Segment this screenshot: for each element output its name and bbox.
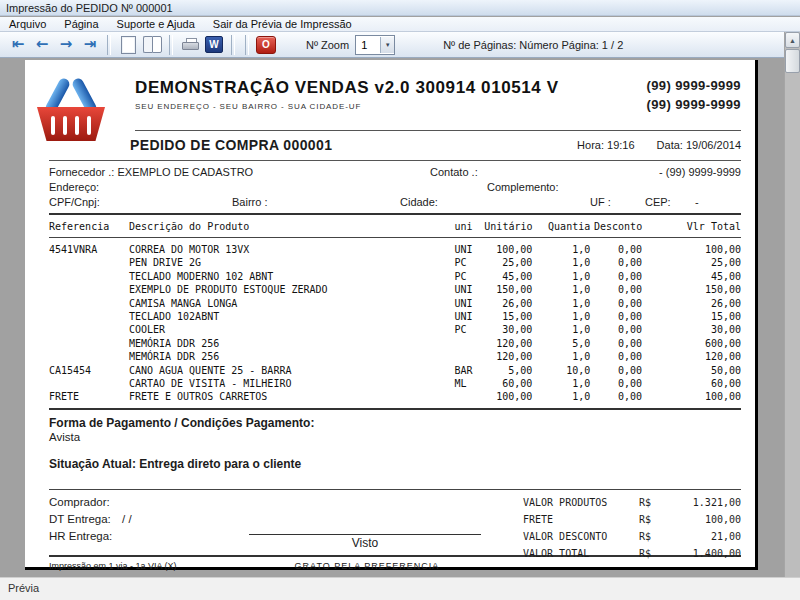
cidade-label: Cidade: (400, 195, 590, 210)
supplier-row-3: CPF/Cnpj: Bairro : Cidade: UF : CEP: - (49, 195, 741, 210)
two-page-view-button[interactable] (140, 34, 164, 56)
cell-descricao: EXEMPLO DE PRODUTO ESTOQUE ZERADO (129, 283, 455, 296)
order-time: Hora: 19:16 (577, 139, 634, 151)
complemento-label: Complemento: (487, 180, 559, 195)
table-row: MEMÓRIA DDR 256 120,00 1,0 0,00 120,00 (49, 350, 741, 363)
next-page-icon: → (60, 37, 73, 52)
cell-descricao: COOLER (129, 323, 455, 336)
export-word-button[interactable]: W (202, 34, 226, 56)
cell-uni (454, 390, 484, 403)
supplier-block: Fornecedor .: EXEMPLO DE CADASTRO Contat… (49, 161, 741, 215)
window-title: Impressão do PEDIDO Nº 000001 (6, 2, 173, 14)
totals-column: VALOR PRODUTOS R$ 1.321,00 FRETE R$ 100,… (523, 494, 741, 553)
next-page-button[interactable]: → (54, 34, 78, 56)
menu-sair-da-previa[interactable]: Sair da Prévia de Impressão (204, 18, 361, 30)
thanks-text: GRATO PELA PREFERENCIA (295, 561, 440, 571)
total-label: VALOR TOTAL (523, 545, 639, 562)
cell-referencia (49, 310, 129, 323)
uf-label: UF : (590, 195, 645, 210)
print-button[interactable] (178, 34, 202, 56)
products-body: 4541VNRA CORREA DO MOTOR 13VX UNI 100,00… (49, 238, 741, 410)
visto-label: Visto (249, 536, 481, 550)
cell-vlr-total: 60,00 (642, 377, 741, 390)
order-header: PEDIDO DE COMPRA 000001 Hora: 19:16 Data… (49, 131, 741, 161)
single-page-view-button[interactable] (116, 34, 140, 56)
menu-arquivo[interactable]: Arquivo (0, 18, 55, 30)
cell-desconto: 0,00 (590, 323, 642, 336)
bairro-label: Bairro : (232, 195, 400, 210)
menu-suporte-e-ajuda[interactable]: Suporte e Ajuda (108, 18, 204, 30)
two-page-icon (143, 36, 162, 53)
cell-uni: UNI (454, 310, 484, 323)
last-page-button[interactable]: ⇥ (78, 34, 102, 56)
scroll-up-icon: ▲ (789, 37, 796, 44)
cell-uni (454, 350, 484, 363)
statusbar: Prévia (0, 577, 800, 600)
cell-desconto: 0,00 (590, 377, 642, 390)
total-currency: R$ (639, 528, 667, 545)
chevron-down-icon[interactable]: ▼ (380, 37, 394, 53)
cell-vlr-total: 150,00 (642, 283, 741, 296)
cell-descricao: TECLADO 102ABNT (129, 310, 455, 323)
toolbar-separator (245, 35, 249, 55)
cell-vlr-total: 25,00 (642, 256, 741, 269)
cell-desconto: 0,00 (590, 337, 642, 350)
cell-uni: UNI (454, 297, 484, 310)
cell-vlr-total: 45,00 (642, 270, 741, 283)
payment-value: Avista (49, 431, 741, 443)
header-descricao: Descrição do Produto (129, 221, 455, 232)
cep-label: CEP: (645, 195, 695, 210)
scroll-up-button[interactable]: ▲ (785, 32, 800, 48)
preview-workspace: DEMONSTRAÇÃO VENDAS v2.0 300914 010514 V… (0, 58, 784, 577)
menu-pagina[interactable]: Página (55, 18, 107, 30)
cell-quantia: 1,0 (532, 390, 590, 403)
cell-uni: PC (454, 323, 484, 336)
order-date: Data: 19/06/2014 (657, 139, 741, 151)
first-page-button[interactable]: ⇤ (6, 34, 30, 56)
cell-quantia: 1,0 (532, 243, 590, 256)
total-label: VALOR DESCONTO (523, 528, 639, 545)
cell-vlr-total: 120,00 (642, 350, 741, 363)
cell-unitario: 45,00 (484, 270, 532, 283)
company-phones: (99) 9999-9999 (99) 9999-9999 (647, 76, 742, 114)
cell-referencia (49, 283, 129, 296)
close-preview-button[interactable]: O (254, 34, 278, 56)
cell-referencia (49, 256, 129, 269)
situacao-atual: Situação Atual: Entrega direto para o cl… (49, 457, 741, 471)
zoom-dropdown[interactable]: 1 ▼ (355, 35, 395, 55)
vertical-scrollbar[interactable]: ▲ (784, 32, 800, 577)
fornecedor-value: EXEMPLO DE CADASTRO (117, 166, 253, 178)
total-row: VALOR DESCONTO R$ 21,00 (523, 528, 741, 545)
cell-referencia (49, 350, 129, 363)
previous-page-button[interactable]: ← (30, 34, 54, 56)
scrollbar-thumb[interactable] (785, 49, 800, 73)
contato-label: Contato .: (430, 165, 478, 180)
cell-unitario: 5,00 (484, 364, 532, 377)
single-page-icon (121, 36, 136, 54)
cell-unitario: 26,00 (484, 297, 532, 310)
cell-desconto: 0,00 (590, 283, 642, 296)
zoom-label: Nº Zoom (306, 39, 349, 51)
cell-descricao: TECLADO MODERNO 102 ABNT (129, 270, 455, 283)
cell-referencia: CA15454 (49, 364, 129, 377)
cell-quantia: 1,0 (532, 377, 590, 390)
company-address: SEU ENDEREÇO - SEU BAIRRO - SUA CIDADE-U… (135, 102, 559, 111)
total-label: FRETE (523, 511, 639, 528)
endereco-label: Endereço: (49, 180, 487, 195)
window-titlebar[interactable]: Impressão do PEDIDO Nº 000001 (0, 0, 800, 16)
cell-quantia: 1,0 (532, 350, 590, 363)
word-icon: W (205, 36, 223, 53)
previous-page-icon: ← (36, 37, 49, 52)
cell-unitario: 15,00 (484, 310, 532, 323)
total-row: FRETE R$ 100,00 (523, 511, 741, 528)
payment-label: Forma de Pagamento / Condições Pagamento… (49, 416, 741, 430)
cell-unitario: 100,00 (484, 390, 532, 403)
fornecedor-label: Fornecedor .: (49, 166, 114, 178)
cell-quantia: 1,0 (532, 270, 590, 283)
cell-descricao: MEMÓRIA DDR 256 (129, 350, 455, 363)
cell-unitario: 100,00 (484, 243, 532, 256)
total-currency: R$ (639, 511, 667, 528)
cell-referencia (49, 297, 129, 310)
hr-entrega-label: HR Entrega: (49, 528, 239, 545)
header-quantia: Quantia (532, 221, 590, 232)
